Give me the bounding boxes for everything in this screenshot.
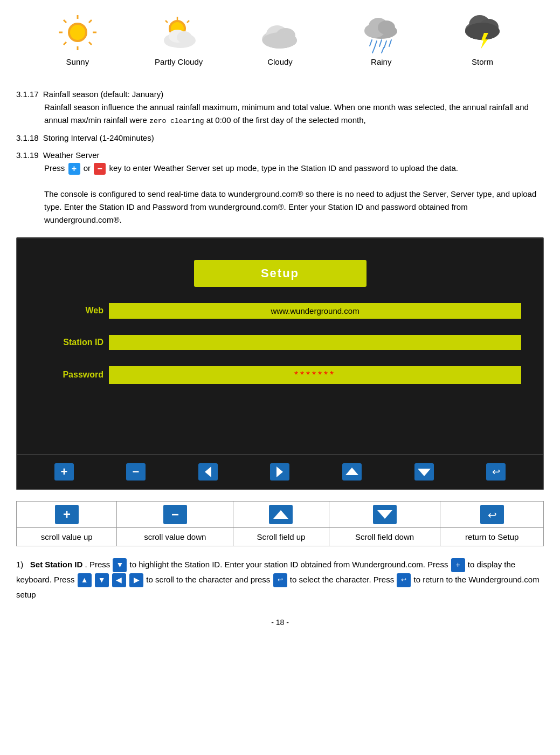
- partly-cloudy-icon: [155, 11, 203, 54]
- page-number: - 18 -: [16, 618, 544, 627]
- body-text-319a: Press: [44, 163, 67, 173]
- storm-label: Storm: [472, 57, 493, 66]
- plus-btn-inline[interactable]: +: [68, 163, 80, 175]
- svg-text:↩: ↩: [487, 509, 496, 521]
- svg-line-30: [379, 40, 382, 46]
- password-label: Password: [39, 370, 103, 380]
- mono-text-317: zero clearing: [149, 117, 204, 125]
- storm-icon: [458, 11, 507, 54]
- step-return-btn[interactable]: ↩: [273, 573, 287, 587]
- svg-line-32: [389, 40, 391, 46]
- legend-icon-cell-plus: +: [17, 501, 117, 527]
- step-text1: . Press: [85, 560, 110, 569]
- legend-table: + −: [16, 501, 544, 546]
- svg-text:↩: ↩: [492, 466, 500, 477]
- svg-text:+: +: [63, 507, 71, 521]
- left-control-btn[interactable]: [195, 461, 222, 483]
- right-control-btn[interactable]: [266, 461, 293, 483]
- plus-control-btn[interactable]: +: [51, 461, 78, 483]
- weather-item-cloudy: Cloudy: [255, 11, 304, 66]
- password-input[interactable]: *******: [109, 366, 521, 384]
- web-label: Web: [39, 306, 103, 315]
- svg-point-9: [70, 25, 85, 40]
- svg-text:−: −: [171, 507, 179, 521]
- section-num-319: 3.1.19: [16, 149, 39, 162]
- section-body-317: Rainfall season influence the annual rai…: [44, 101, 544, 127]
- sunny-label: Sunny: [66, 57, 89, 66]
- svg-point-23: [262, 32, 297, 49]
- legend-minus-icon: −: [163, 505, 187, 524]
- step-dn-btn[interactable]: ▼: [95, 573, 109, 587]
- legend-plus-icon: +: [55, 505, 79, 524]
- section-title-319: Weather Server: [43, 149, 100, 162]
- password-field-row: Password *******: [39, 366, 521, 384]
- legend-icon-cell-return: ↩: [440, 501, 544, 527]
- step-down-arrow-btn[interactable]: ▼: [113, 558, 127, 572]
- step-rt-btn[interactable]: ▶: [129, 573, 143, 587]
- svg-point-39: [465, 23, 500, 40]
- web-input[interactable]: www.wunderground.com: [109, 303, 521, 319]
- legend-labels-row: scroll value up scroll value down Scroll…: [17, 527, 544, 546]
- legend-icon-cell-down: [329, 501, 440, 527]
- step-label: Set Station ID: [30, 560, 83, 569]
- rainy-label: Rainy: [371, 57, 391, 66]
- step-up-btn[interactable]: ▲: [78, 573, 92, 587]
- legend-label-plus: scroll value up: [17, 527, 117, 546]
- step-1-text: 1) Set Station ID . Press ▼ to highlight…: [16, 557, 544, 602]
- svg-line-33: [372, 47, 375, 53]
- legend-label-down: Scroll field down: [329, 527, 440, 546]
- up-control-btn[interactable]: [338, 461, 365, 483]
- web-field-row: Web www.wunderground.com: [39, 303, 521, 319]
- legend-icons-row: + −: [17, 501, 544, 527]
- body-text-317b: at 0:00 of the first day of the selected…: [206, 115, 366, 125]
- minus-control-btn[interactable]: −: [122, 461, 149, 483]
- step-text4: to scroll to the character and press: [146, 575, 270, 584]
- step-return-btn2[interactable]: ↩: [397, 573, 411, 587]
- weather-icons-row: Sunny Partly Cloudy: [16, 5, 544, 77]
- svg-text:+: +: [60, 465, 67, 478]
- section-317: 3.1.17 Rainfall season (default: January…: [16, 88, 544, 127]
- station-id-label: Station ID: [39, 338, 103, 347]
- sunny-icon: [53, 11, 102, 54]
- legend-icon-cell-minus: −: [117, 501, 233, 527]
- svg-line-34: [382, 47, 384, 53]
- svg-line-31: [384, 41, 386, 47]
- svg-line-13: [165, 20, 168, 23]
- station-id-input[interactable]: [109, 335, 521, 350]
- return-control-btn[interactable]: ↩: [482, 461, 509, 483]
- svg-line-5: [89, 42, 92, 45]
- weather-item-partly-cloudy: Partly Cloudy: [155, 11, 203, 66]
- step-plus-btn[interactable]: +: [451, 558, 465, 572]
- weather-item-sunny: Sunny: [53, 11, 102, 66]
- step-text5: to select the character. Press: [290, 575, 394, 584]
- section-body-319: Press + or − key to enter Weather Server…: [44, 162, 544, 226]
- legend-label-up: Scroll field up: [233, 527, 329, 546]
- svg-line-28: [370, 40, 372, 46]
- setup-header: Setup: [194, 260, 367, 287]
- partly-cloudy-label: Partly Cloudy: [155, 57, 203, 66]
- svg-line-29: [375, 41, 377, 47]
- svg-line-6: [89, 20, 92, 23]
- section-num-318: 3.1.18: [16, 132, 39, 145]
- step-lt-btn[interactable]: ◀: [112, 573, 126, 587]
- setup-title: Setup: [261, 266, 299, 280]
- cloudy-icon: [255, 11, 304, 54]
- section-title-318: Storing Interval (1-240minutes): [43, 132, 154, 145]
- legend-label-minus: scroll value down: [117, 527, 233, 546]
- step-text2: to highlight the Station ID. Enter your …: [130, 560, 448, 569]
- minus-btn-inline[interactable]: −: [94, 163, 106, 175]
- legend-label-return: return to Setup: [440, 527, 544, 546]
- or-text-319: or: [84, 163, 93, 173]
- weather-item-storm: Storm: [458, 11, 507, 66]
- weather-item-rainy: Rainy: [357, 11, 405, 66]
- legend-return-icon: ↩: [480, 505, 504, 524]
- svg-point-27: [378, 20, 395, 35]
- setup-fields: Web www.wunderground.com Station ID Pass…: [17, 298, 543, 411]
- step-num: 1): [16, 560, 23, 569]
- down-control-btn[interactable]: [411, 461, 438, 483]
- station-field-row: Station ID: [39, 335, 521, 350]
- svg-line-4: [64, 20, 66, 23]
- section-num-317: 3.1.17: [16, 88, 39, 101]
- section-318: 3.1.18 Storing Interval (1-240minutes): [16, 132, 544, 145]
- svg-line-14: [187, 20, 189, 23]
